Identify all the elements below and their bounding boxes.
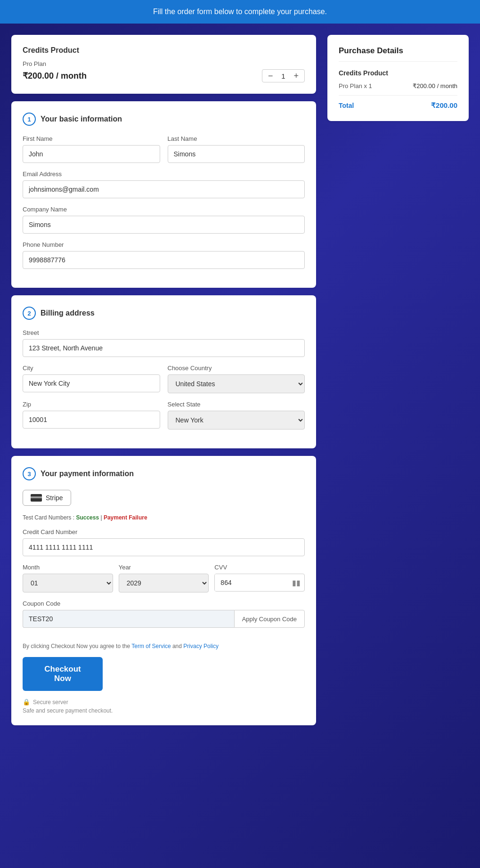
cvv-input[interactable] (215, 574, 288, 591)
phone-group: Phone Number (23, 241, 305, 269)
step-number-2: 2 (23, 307, 36, 320)
country-group: Choose Country United States Canada Unit… (168, 365, 305, 393)
pd-plan-label: Pro Plan x 1 (339, 82, 372, 89)
country-select[interactable]: United States Canada United Kingdom Aust… (168, 374, 305, 393)
test-card-label: Test Card Numbers : (23, 514, 76, 521)
price-qty-row: ₹200.00 / month − 1 + (23, 69, 305, 82)
city-input[interactable] (23, 374, 160, 392)
credits-product-title: Credits Product (23, 46, 305, 55)
coupon-row: Coupon Code Apply Coupon Code (23, 600, 305, 635)
pd-plan-value: ₹200.00 / month (413, 82, 457, 89)
month-select[interactable]: 01 020304 050607 080910 1112 (23, 574, 113, 592)
state-select[interactable]: New York California Texas Florida Illino… (168, 411, 305, 430)
cvv-label: CVV (214, 564, 305, 571)
last-name-group: Last Name (168, 135, 305, 163)
first-name-label: First Name (23, 135, 160, 142)
cvv-input-wrap: ▮▮ (214, 574, 305, 592)
right-column: Purchase Details Credits Product Pro Pla… (327, 35, 469, 121)
company-row: Company Name (23, 206, 305, 234)
first-name-group: First Name (23, 135, 160, 163)
state-label: Select State (168, 401, 305, 408)
pd-product-name: Credits Product (339, 69, 457, 77)
pd-total-label: Total (339, 102, 354, 109)
cc-number-row: Credit Card Number (23, 528, 305, 556)
coupon-label: Coupon Code (23, 600, 305, 607)
cc-number-group: Credit Card Number (23, 528, 305, 556)
company-group: Company Name (23, 206, 305, 234)
stripe-label: Stripe (46, 494, 63, 502)
coupon-input[interactable] (23, 610, 234, 628)
apply-coupon-button[interactable]: Apply Coupon Code (234, 610, 305, 628)
street-group: Street (23, 329, 305, 357)
year-group: Year 202420252026 202720282029 203020312… (119, 564, 209, 592)
zip-state-row: Zip Select State New York California Tex… (23, 401, 305, 430)
company-input[interactable] (23, 216, 305, 234)
street-input[interactable] (23, 339, 305, 357)
qty-value: 1 (278, 72, 288, 80)
last-name-input[interactable] (168, 145, 305, 163)
cc-number-label: Credit Card Number (23, 528, 305, 535)
cvv-card-icon: ▮▮ (288, 578, 304, 587)
success-link[interactable]: Success (76, 514, 99, 521)
privacy-policy-link[interactable]: Privacy Policy (183, 643, 219, 649)
last-name-label: Last Name (168, 135, 305, 142)
state-group: Select State New York California Texas F… (168, 401, 305, 430)
main-container: Credits Product Pro Plan ₹200.00 / month… (0, 24, 480, 737)
pd-total-value: ₹200.00 (431, 101, 457, 110)
month-label: Month (23, 564, 113, 571)
step-number-3: 3 (23, 467, 36, 480)
year-label: Year (119, 564, 209, 571)
secure-row: 🔒 Secure server (23, 698, 305, 706)
step-number-1: 1 (23, 113, 36, 126)
basic-info-title: Your basic information (41, 115, 122, 123)
billing-title: Billing address (41, 309, 95, 317)
checkout-button[interactable]: Checkout Now (23, 657, 103, 691)
payment-header: 3 Your payment information (23, 467, 305, 480)
name-row: First Name Last Name (23, 135, 305, 163)
basic-info-header: 1 Your basic information (23, 113, 305, 126)
banner-text: Fill the order form below to complete yo… (153, 8, 327, 16)
zip-group: Zip (23, 401, 160, 430)
pd-plan-row: Pro Plan x 1 ₹200.00 / month (339, 82, 457, 89)
street-row: Street (23, 329, 305, 357)
cvv-group: CVV ▮▮ (214, 564, 305, 592)
phone-input[interactable] (23, 251, 305, 269)
zip-input[interactable] (23, 411, 160, 429)
purchase-details-card: Purchase Details Credits Product Pro Pla… (327, 35, 469, 121)
email-input[interactable] (23, 180, 305, 198)
terms-text: By clicking Checkout Now you agree to th… (23, 643, 305, 649)
purchase-details-title: Purchase Details (339, 46, 457, 62)
top-banner: Fill the order form below to complete yo… (0, 0, 480, 24)
city-label: City (23, 365, 160, 372)
email-row: Email Address (23, 170, 305, 198)
street-label: Street (23, 329, 305, 336)
secure-label: Secure server (33, 699, 68, 706)
test-card-row: Test Card Numbers : Success | Payment Fa… (23, 514, 305, 521)
first-name-input[interactable] (23, 145, 160, 163)
company-label: Company Name (23, 206, 305, 213)
basic-info-card: 1 Your basic information First Name Last… (11, 101, 316, 288)
phone-row: Phone Number (23, 241, 305, 269)
separator: | (100, 514, 102, 521)
failure-link[interactable]: Payment Failure (104, 514, 147, 521)
stripe-button[interactable]: Stripe (23, 490, 71, 506)
quantity-control: − 1 + (262, 69, 305, 82)
terms-of-service-link[interactable]: Term of Service (131, 643, 171, 649)
year-select[interactable]: 202420252026 202720282029 203020312032 (119, 574, 209, 592)
coupon-group: Coupon Code Apply Coupon Code (23, 600, 305, 635)
left-column: Credits Product Pro Plan ₹200.00 / month… (11, 35, 316, 725)
email-label: Email Address (23, 170, 305, 178)
qty-decrease-button[interactable]: − (268, 72, 273, 80)
cc-number-input[interactable] (23, 538, 305, 556)
zip-label: Zip (23, 401, 160, 408)
lock-icon: 🔒 (23, 698, 30, 706)
terms-before: By clicking Checkout Now you agree to th… (23, 643, 131, 649)
coupon-input-row: Apply Coupon Code (23, 610, 305, 628)
billing-card: 2 Billing address Street City Choose Cou… (11, 295, 316, 448)
city-country-row: City Choose Country United States Canada… (23, 365, 305, 393)
billing-header: 2 Billing address (23, 307, 305, 320)
qty-increase-button[interactable]: + (293, 72, 299, 80)
phone-label: Phone Number (23, 241, 305, 248)
payment-card: 3 Your payment information Stripe Test C… (11, 456, 316, 725)
product-price: ₹200.00 / month (23, 71, 87, 81)
